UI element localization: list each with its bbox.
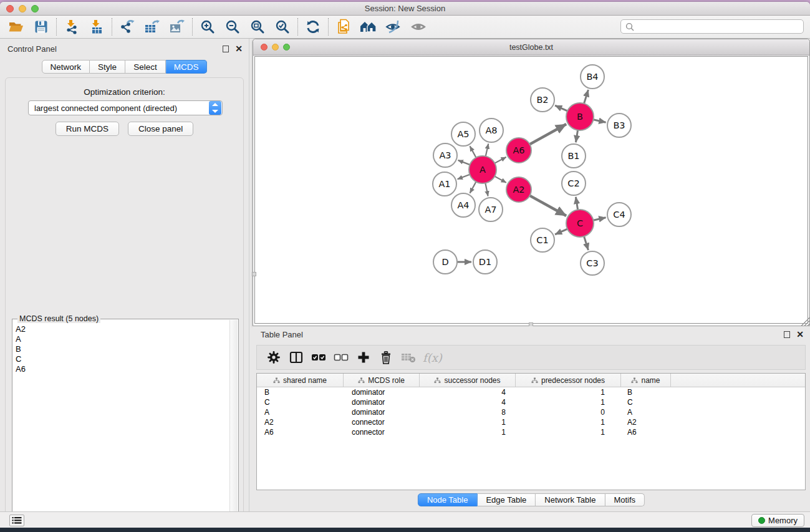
graph-edge-A-A8[interactable] (486, 143, 488, 156)
graph-node-C4[interactable]: C4 (607, 203, 631, 226)
table-cell[interactable]: 1 (516, 398, 621, 407)
graph-node-D1[interactable]: D1 (473, 250, 497, 274)
zoom-fit-content-button[interactable] (245, 17, 270, 37)
graph-node-B[interactable]: B (566, 103, 594, 130)
table-cell[interactable]: 1 (420, 428, 516, 437)
table-cell[interactable]: A6 (257, 428, 344, 437)
tab-network[interactable]: Network (42, 60, 90, 74)
graph-edge-B-B2[interactable] (555, 105, 567, 111)
show-panel-list-button[interactable] (9, 515, 24, 526)
minimize-network-window-button[interactable] (272, 44, 279, 51)
search-input[interactable] (637, 22, 803, 31)
show-graphics-details-button[interactable] (406, 17, 431, 37)
column-header-MCDS-role[interactable]: MCDS role (344, 374, 420, 387)
table-cell[interactable]: A (621, 408, 671, 417)
import-table-from-file-button[interactable] (84, 17, 109, 37)
graph-node-C1[interactable]: C1 (531, 228, 554, 252)
graph-node-B1[interactable]: B1 (562, 144, 586, 168)
graph-node-C3[interactable]: C3 (581, 251, 604, 275)
network-canvas-svg[interactable]: AA1A2A3A4A5A6A7A8BB1B2B3B4CC1C2C3C4DD1 (255, 57, 809, 324)
apply-preferred-layout-button[interactable] (301, 17, 325, 37)
minimize-window-button[interactable] (19, 5, 26, 12)
table-cell[interactable]: B (621, 388, 671, 397)
network-window-titlebar[interactable]: testGlobe.txt (253, 39, 809, 56)
tab-style[interactable]: Style (90, 60, 125, 74)
table-cell[interactable]: A6 (621, 428, 671, 437)
table-settings-button[interactable] (264, 348, 283, 367)
import-network-from-file-button[interactable] (59, 17, 84, 37)
table-row[interactable]: Cdominator41C (257, 397, 805, 407)
tab-node-table[interactable]: Node Table (418, 493, 478, 506)
tab-select[interactable]: Select (125, 60, 166, 74)
table-cell[interactable]: 0 (516, 408, 621, 417)
graph-node-C2[interactable]: C2 (562, 172, 586, 195)
table-row[interactable]: A6connector11A6 (257, 427, 805, 437)
graph-node-A3[interactable]: A3 (433, 143, 457, 167)
graph-edge-C-C3[interactable] (584, 236, 589, 250)
table-row[interactable]: A2connector11A2 (257, 417, 805, 427)
graph-node-B2[interactable]: B2 (531, 88, 554, 112)
graph-node-A[interactable]: A (469, 156, 496, 183)
graph-node-A2[interactable]: A2 (506, 177, 531, 202)
memory-button[interactable]: Memory (751, 514, 804, 527)
window-resize-grip[interactable] (801, 317, 809, 326)
save-session-button[interactable] (29, 17, 54, 37)
graph-edge-A-A4[interactable] (470, 181, 476, 193)
result-scrollbar[interactable] (229, 320, 238, 530)
table-row[interactable]: Bdominator41B (257, 387, 805, 397)
column-header-predecessor-nodes[interactable]: predecessor nodes (516, 374, 621, 387)
table-cell[interactable]: C (621, 398, 671, 407)
result-item[interactable]: B (16, 344, 228, 354)
float-panel-icon[interactable] (223, 46, 229, 52)
table-row[interactable]: Adominator80A (257, 407, 805, 417)
graph-node-A1[interactable]: A1 (433, 172, 456, 196)
table-cell[interactable]: connector (344, 428, 420, 437)
tab-motifs[interactable]: Motifs (605, 493, 645, 506)
close-panel-icon[interactable]: ✕ (235, 45, 243, 52)
tab-mcds[interactable]: MCDS (166, 60, 208, 74)
graph-edge-A-A2[interactable] (494, 177, 506, 183)
close-table-panel-icon[interactable]: ✕ (796, 331, 804, 338)
graph-node-A6[interactable]: A6 (506, 138, 531, 163)
graph-node-D[interactable]: D (433, 250, 457, 274)
result-item[interactable]: A2 (16, 324, 228, 334)
table-cell[interactable]: 4 (420, 388, 516, 397)
table-cell[interactable]: C (257, 398, 344, 407)
table-cell[interactable]: connector (344, 418, 420, 427)
graph-edge-A-A3[interactable] (458, 160, 470, 165)
column-header-successor-nodes[interactable]: successor nodes (420, 374, 516, 387)
delete-table-button[interactable] (399, 348, 418, 367)
export-image-button[interactable] (165, 17, 190, 37)
graph-edge-C-C1[interactable] (555, 229, 567, 235)
table-cell[interactable]: A (257, 408, 344, 417)
hide-graphics-details-button[interactable] (381, 17, 406, 37)
table-cell[interactable]: 4 (420, 398, 516, 407)
zoom-network-window-button[interactable] (283, 44, 290, 51)
graph-node-A8[interactable]: A8 (480, 118, 503, 142)
close-network-window-button[interactable] (261, 44, 268, 51)
result-item[interactable]: A6 (16, 364, 228, 374)
graph-edge-A-A1[interactable] (458, 175, 470, 179)
select-all-columns-button[interactable] (309, 348, 328, 367)
table-cell[interactable]: A2 (621, 418, 671, 427)
column-header-shared-name[interactable]: shared name (257, 374, 344, 387)
table-cell[interactable]: dominator (344, 388, 420, 397)
zoom-window-button[interactable] (31, 5, 39, 12)
close-window-button[interactable] (6, 5, 14, 12)
create-new-column-button[interactable] (354, 348, 373, 367)
table-cell[interactable]: 1 (420, 418, 516, 427)
run-mcds-button[interactable]: Run MCDS (55, 122, 119, 136)
table-cell[interactable]: dominator (344, 408, 420, 417)
graph-edge-A-A5[interactable] (470, 146, 476, 157)
graph-edge-C-C2[interactable] (576, 197, 577, 210)
graph-edge-A-A7[interactable] (485, 183, 488, 196)
graph-node-A5[interactable]: A5 (451, 122, 475, 146)
graph-edge-C-C4[interactable] (593, 218, 605, 220)
graph-node-A4[interactable]: A4 (451, 193, 475, 217)
new-network-from-selection-button[interactable] (331, 17, 356, 37)
tab-edge-table[interactable]: Edge Table (477, 493, 536, 506)
table-cell[interactable]: 1 (516, 418, 621, 427)
graph-node-A7[interactable]: A7 (479, 198, 503, 221)
graph-edge-A2-C[interactable] (530, 196, 567, 216)
function-builder-button[interactable]: f(x) (423, 351, 442, 364)
